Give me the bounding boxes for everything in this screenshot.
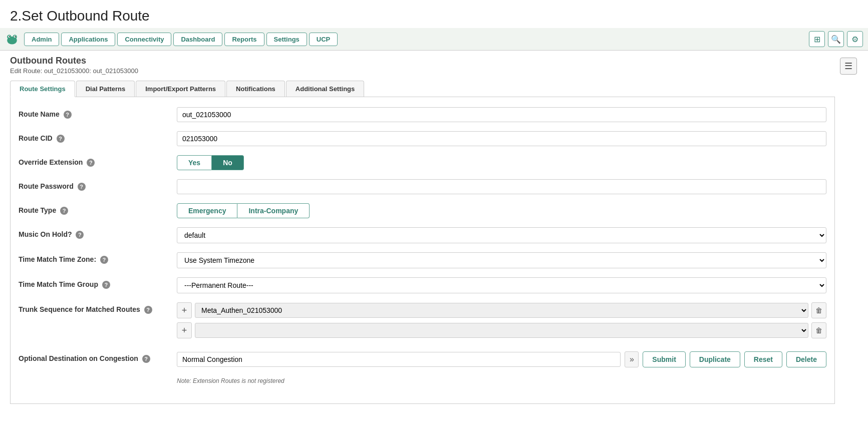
timezone-row: Time Match Time Zone: ? Use System Timez… bbox=[19, 252, 826, 268]
trunk-select-1[interactable]: Meta_Authen_021053000 bbox=[195, 303, 808, 318]
duplicate-btn[interactable]: Duplicate bbox=[690, 351, 740, 367]
grid-icon-btn[interactable]: ⊞ bbox=[809, 31, 825, 47]
delete-btn[interactable]: Delete bbox=[786, 351, 826, 367]
nav-connectivity[interactable]: Connectivity bbox=[117, 33, 171, 46]
override-extension-label: Override Extension ? bbox=[19, 155, 169, 167]
music-on-hold-control: default bbox=[177, 227, 826, 243]
timezone-label: Time Match Time Zone: ? bbox=[19, 252, 169, 264]
trunk-row-1: + Meta_Authen_021053000 🗑 bbox=[177, 302, 826, 318]
timezone-control: Use System Timezone bbox=[177, 252, 826, 268]
route-name-help-icon[interactable]: ? bbox=[64, 111, 72, 119]
timegroup-control: ---Permanent Route--- bbox=[177, 277, 826, 293]
tab-route-settings[interactable]: Route Settings bbox=[10, 81, 75, 97]
override-extension-control: Yes No bbox=[177, 155, 826, 170]
congestion-row: Optional Destination on Congestion ? Nor… bbox=[19, 351, 826, 367]
route-cid-input[interactable]: 021053000 bbox=[177, 131, 826, 146]
route-password-input[interactable] bbox=[177, 179, 826, 194]
trunk-delete-btn-2[interactable]: 🗑 bbox=[811, 322, 826, 338]
logo-icon bbox=[5, 32, 19, 46]
submit-btn[interactable]: Submit bbox=[643, 351, 685, 367]
trunk-add-btn-1[interactable]: + bbox=[177, 302, 192, 318]
svg-point-6 bbox=[15, 36, 16, 37]
route-cid-row: Route CID ? 021053000 bbox=[19, 131, 826, 146]
trunk-sequence-help-icon[interactable]: ? bbox=[144, 306, 152, 314]
trunk-sequence-label: Trunk Sequence for Matched Routes ? bbox=[19, 302, 169, 314]
nav-applications[interactable]: Applications bbox=[61, 33, 115, 46]
section-title: Outbound Routes bbox=[10, 56, 835, 66]
section-subtitle: Edit Route: out_021053000: out_021053000 bbox=[10, 67, 835, 75]
nav-icons: ⊞ 🔍 ⚙ bbox=[809, 31, 863, 47]
timegroup-row: Time Match Time Group ? ---Permanent Rou… bbox=[19, 277, 826, 293]
note-text: Note: Extension Routes is not registered bbox=[177, 377, 284, 384]
nav-reports[interactable]: Reports bbox=[224, 33, 264, 46]
timegroup-select[interactable]: ---Permanent Route--- bbox=[177, 277, 826, 293]
route-type-control: Emergency Intra-Company bbox=[177, 203, 826, 218]
content-area: Outbound Routes Edit Route: out_02105300… bbox=[0, 51, 868, 414]
trunk-sequence-control: + Meta_Authen_021053000 🗑 + 🗑 bbox=[177, 302, 826, 342]
trunk-sequence-row: Trunk Sequence for Matched Routes ? + Me… bbox=[19, 302, 826, 342]
route-password-control bbox=[177, 179, 826, 194]
route-password-help-icon[interactable]: ? bbox=[78, 183, 86, 191]
route-password-row: Route Password ? bbox=[19, 179, 826, 194]
sidebar-panel: ☰ bbox=[840, 58, 858, 404]
svg-point-5 bbox=[9, 36, 10, 37]
route-cid-help-icon[interactable]: ? bbox=[57, 135, 65, 143]
timezone-select[interactable]: Use System Timezone bbox=[177, 252, 826, 268]
gear-icon-btn[interactable]: ⚙ bbox=[847, 31, 863, 47]
override-no-btn[interactable]: No bbox=[212, 155, 244, 170]
route-cid-label: Route CID ? bbox=[19, 131, 169, 143]
sidebar-list-btn[interactable]: ☰ bbox=[840, 58, 857, 75]
congestion-help-icon[interactable]: ? bbox=[142, 355, 150, 363]
override-extension-row: Override Extension ? Yes No bbox=[19, 155, 826, 170]
nav-admin[interactable]: Admin bbox=[24, 33, 59, 46]
congestion-label: Optional Destination on Congestion ? bbox=[19, 351, 169, 363]
timegroup-help-icon[interactable]: ? bbox=[102, 281, 110, 289]
route-type-help-icon[interactable]: ? bbox=[60, 207, 68, 215]
timegroup-label: Time Match Time Group ? bbox=[19, 277, 169, 289]
route-type-emergency-btn[interactable]: Emergency bbox=[177, 203, 237, 218]
route-name-control: out_021053000 bbox=[177, 107, 826, 122]
nav-settings[interactable]: Settings bbox=[266, 33, 307, 46]
page-title: 2.Set Outbound Route bbox=[0, 0, 868, 28]
timezone-help-icon[interactable]: ? bbox=[100, 256, 108, 264]
trunk-add-btn-2[interactable]: + bbox=[177, 322, 192, 338]
tabs-bar: Route Settings Dial Patterns Import/Expo… bbox=[10, 81, 835, 97]
tab-additional-settings[interactable]: Additional Settings bbox=[286, 81, 364, 97]
music-on-hold-row: Music On Hold? ? default bbox=[19, 227, 826, 243]
music-on-hold-help-icon[interactable]: ? bbox=[76, 231, 84, 239]
nav-dashboard[interactable]: Dashboard bbox=[173, 33, 222, 46]
route-type-toggle: Emergency Intra-Company bbox=[177, 203, 826, 218]
main-panel: Outbound Routes Edit Route: out_02105300… bbox=[10, 56, 835, 404]
trunk-delete-btn-1[interactable]: 🗑 bbox=[811, 302, 826, 318]
nav-ucp[interactable]: UCP bbox=[309, 33, 338, 46]
route-type-intra-btn[interactable]: Intra-Company bbox=[237, 203, 310, 218]
music-on-hold-select[interactable]: default bbox=[177, 227, 826, 243]
route-name-input[interactable]: out_021053000 bbox=[177, 107, 826, 122]
note-row: Note: Extension Routes is not registered bbox=[19, 376, 826, 384]
tab-import-export[interactable]: Import/Export Patterns bbox=[136, 81, 225, 97]
search-icon-btn[interactable]: 🔍 bbox=[828, 31, 844, 47]
congestion-control: Normal Congestion » Submit Duplicate Res… bbox=[177, 351, 826, 367]
route-password-label: Route Password ? bbox=[19, 179, 169, 191]
override-extension-toggle: Yes No bbox=[177, 155, 826, 170]
override-extension-help-icon[interactable]: ? bbox=[87, 159, 95, 167]
reset-btn[interactable]: Reset bbox=[744, 351, 782, 367]
congestion-arrow-btn[interactable]: » bbox=[625, 351, 639, 367]
route-name-row: Route Name ? out_021053000 bbox=[19, 107, 826, 122]
topnav: Admin Applications Connectivity Dashboar… bbox=[0, 28, 868, 51]
music-on-hold-label: Music On Hold? ? bbox=[19, 227, 169, 239]
route-type-row: Route Type ? Emergency Intra-Company bbox=[19, 203, 826, 218]
route-name-label: Route Name ? bbox=[19, 107, 169, 119]
congestion-input[interactable]: Normal Congestion bbox=[177, 352, 621, 367]
tab-notifications[interactable]: Notifications bbox=[226, 81, 285, 97]
override-yes-btn[interactable]: Yes bbox=[177, 155, 212, 170]
trunk-select-2[interactable] bbox=[195, 323, 808, 338]
tab-dial-patterns[interactable]: Dial Patterns bbox=[76, 81, 135, 97]
form-panel: Route Name ? out_021053000 Route CID ? 0… bbox=[10, 97, 835, 404]
trunk-row-2: + 🗑 bbox=[177, 322, 826, 338]
route-type-label: Route Type ? bbox=[19, 203, 169, 215]
route-cid-control: 021053000 bbox=[177, 131, 826, 146]
